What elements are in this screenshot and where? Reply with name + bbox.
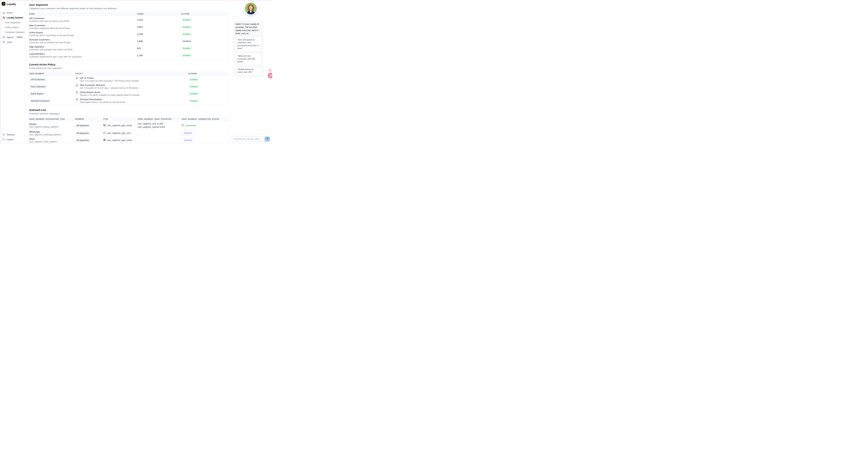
- policy-description: Receive 1.2x points multiplier on orders…: [80, 94, 140, 96]
- dollar-sign-icon: $: [75, 98, 78, 101]
- column-header-segment: SEGMENT: [73, 117, 101, 121]
- chat-input-bar: [229, 134, 272, 144]
- check-circle-icon: [181, 124, 184, 127]
- segment-description: Customers with total purchases over $100…: [29, 20, 134, 22]
- table-row: WhatsAppuser_segment_whatsapp_platform A…: [28, 130, 227, 137]
- sidebar-item-loyalty-system[interactable]: Loyalty System: [1, 15, 24, 20]
- assistant-message-bubble: Hello! I'm your Loyalty AI assistant. Te…: [233, 21, 264, 77]
- policy-description: Reactivation bonus: 3.0x points on next …: [80, 101, 125, 103]
- status-badge[interactable]: Enabled: [181, 32, 192, 36]
- suggestion-prompt[interactable]: "Double points for orders over 200": [236, 66, 261, 75]
- sidebar-item-user-segments[interactable]: User Segments: [1, 21, 24, 25]
- policy-description: Get 1.5x points for first 30 days + welc…: [80, 87, 138, 89]
- integration-platform-id: user_segment_whatsapp_platform: [29, 133, 72, 136]
- segment-name: High Spenders: [29, 45, 134, 48]
- stats-empty: -: [138, 132, 138, 134]
- segment-name: Loyal Members: [29, 53, 134, 55]
- ai-assistant-panel: Hello! I'm your Loyalty AI assistant. Te…: [229, 0, 272, 144]
- sidebar-item-users[interactable]: Users: [1, 40, 24, 44]
- sidebar-footer: Settings Logout: [1, 133, 24, 142]
- segment-users-count: 2,156: [137, 33, 143, 35]
- sidebar-item-settings[interactable]: Settings: [1, 133, 24, 136]
- segment-chip: Active Buyers: [29, 92, 45, 96]
- suggestion-prompt[interactable]: "Give 100 points to customers who purcha…: [236, 37, 261, 51]
- status-badge[interactable]: Enabled: [188, 99, 199, 102]
- sidebar-item-label: Agents: [7, 36, 13, 38]
- users-icon: [2, 36, 5, 38]
- segment-description: Customers with average order value over …: [29, 49, 134, 51]
- user-segments-table: NAME USERS ACTIONS VIP CustomersCustomer…: [28, 12, 227, 59]
- policy-name: New Customer Welcome: [80, 84, 138, 87]
- segment-description: Customers registered for over 1 year wit…: [29, 56, 134, 58]
- send-icon: [266, 137, 269, 140]
- table-row: Active BuyersCustomers with 5+ purchases…: [28, 30, 227, 37]
- connected-label: Connected: [185, 124, 196, 127]
- column-header-integration-tool: USER_SEGMENT_INTEGRATION_TOOL: [28, 117, 73, 121]
- status-badge[interactable]: Enabled: [188, 92, 199, 95]
- segment-users-count: 3,842: [137, 26, 143, 28]
- segment-chip: All Segments: [75, 131, 91, 135]
- layers-icon: [103, 124, 106, 127]
- connect-button[interactable]: Connect: [181, 138, 194, 143]
- connect-button[interactable]: Connect: [181, 131, 194, 135]
- grid-sparkle-icon: [269, 69, 272, 72]
- sidebar-item-agents[interactable]: Agents hidden: [1, 35, 24, 39]
- type-label: user_segment_type_sms: [107, 132, 130, 134]
- user-segments-subtitle: Categorize your customers into different…: [29, 7, 227, 10]
- segment-users-count: 1,523: [137, 19, 143, 21]
- table-row: New CustomersCustomers registered within…: [28, 23, 227, 30]
- stat-opened: user_segment_opened 8,523: [138, 125, 179, 129]
- status-badge[interactable]: Enabled: [188, 78, 199, 81]
- star-icon: [75, 84, 78, 87]
- outreach-list-subtitle: Customer outreach campaigns: [29, 112, 227, 115]
- table-row: Dormant Customers $ Dormant Reactivation…: [28, 97, 227, 104]
- status-badge[interactable]: Disabled: [181, 39, 193, 43]
- segment-name: VIP Customers: [29, 17, 134, 20]
- current-active-policy-title: Current Active Policy: [29, 63, 227, 66]
- status-badge[interactable]: Enabled: [188, 85, 199, 88]
- sidebar-item-home[interactable]: Home: [1, 11, 24, 15]
- sidebar-item-label: Loyalty System: [7, 16, 23, 19]
- sidebar-item-customer-outreach[interactable]: Customer Outreach: [1, 30, 24, 34]
- column-header-user-segment: USER SEGMENT: [28, 71, 74, 76]
- segment-description: Customers with 5+ purchases in the last …: [29, 34, 134, 37]
- suggestion-prompt[interactable]: "Welcome new customers with 500 points": [236, 53, 261, 65]
- window-edge-top: [0, 0, 272, 1]
- send-button[interactable]: [265, 136, 270, 142]
- status-badge[interactable]: Enabled: [181, 54, 192, 57]
- segment-users-count: 923: [137, 47, 141, 50]
- message-circle-icon: [103, 131, 106, 135]
- table-row: Slackuser_segment_slack_platform All Seg…: [28, 137, 227, 144]
- segment-name: Active Buyers: [29, 31, 134, 34]
- sidebar-item-label: Users: [7, 41, 12, 43]
- integration-platform-id: user_segment_slack_platform: [29, 140, 72, 143]
- segment-chip: All Segments: [75, 124, 91, 127]
- status-badge[interactable]: Enabled: [181, 18, 192, 22]
- integration-tool-name: WhatsApp: [29, 130, 72, 133]
- rule-input[interactable]: [231, 136, 263, 142]
- table-row: New Customers New Customer WelcomeGet 1.…: [28, 83, 227, 90]
- column-header-type: TYPE: [101, 117, 136, 121]
- sidebar: Loyalty Home Loyalty System User Segment…: [0, 0, 25, 144]
- segment-name: Dormant Customers: [29, 38, 134, 41]
- apps-sparkle-fab[interactable]: [267, 67, 272, 73]
- column-header-connection-status: USER_SEGMENT_CONNECTION_STATUS: [180, 117, 227, 121]
- segment-chip: Dormant Customers: [29, 99, 51, 103]
- type-label: user_segment_type_email: [107, 124, 132, 127]
- users-icon: [2, 16, 5, 19]
- sidebar-item-label: User Segments: [5, 21, 21, 24]
- status-badge[interactable]: Enabled: [181, 25, 192, 29]
- policy-name: VIP 2x Points: [80, 77, 139, 79]
- hidden-badge: hidden: [16, 36, 24, 38]
- assistant-greeting: Hello! I'm your Loyalty AI assistant. Te…: [236, 23, 261, 35]
- active-policy-table: USER SEGMENT POLICY ACTIONS VIP Customer…: [28, 71, 227, 104]
- sidebar-item-logout[interactable]: Logout: [1, 137, 24, 142]
- sidebar-item-label: Settings: [7, 133, 14, 136]
- translate-sparkle-fab[interactable]: [268, 73, 272, 78]
- sidebar-item-label: Policy Output: [5, 26, 19, 29]
- assistant-avatar: [245, 2, 257, 15]
- table-row: VIP CustomersCustomers with total purcha…: [28, 16, 227, 23]
- status-badge[interactable]: Enabled: [181, 46, 192, 50]
- sidebar-item-label: Logout: [7, 138, 13, 141]
- sidebar-item-policy-output[interactable]: Policy Output: [1, 25, 24, 29]
